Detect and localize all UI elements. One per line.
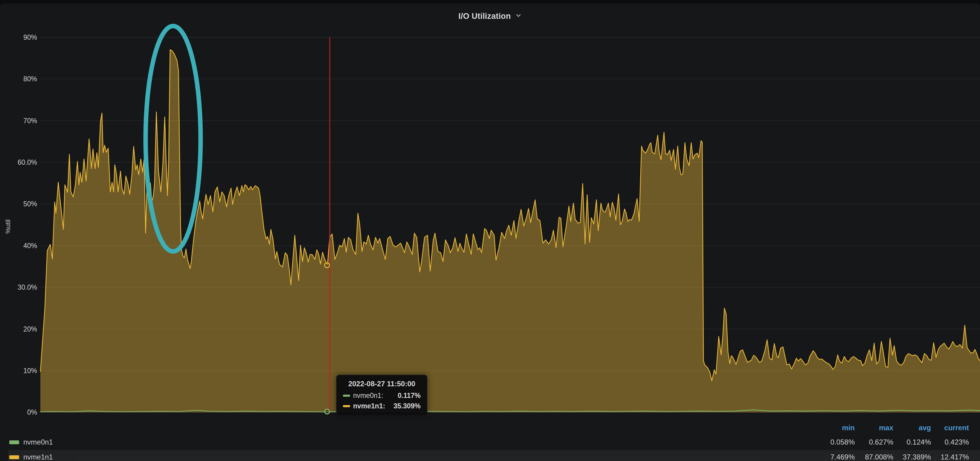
hover-point-ring bbox=[325, 263, 329, 267]
legend-series-name[interactable]: nvme0n1 bbox=[23, 438, 53, 446]
series-color-dash-icon bbox=[343, 405, 350, 407]
tooltip-row: nvme1n1: 35.309% bbox=[343, 402, 421, 410]
legend-row-nvme1n1[interactable]: nvme1n1 7.469% 87.008% 37.389% 12.417% bbox=[8, 450, 980, 461]
legend-avg-value: 0.124% bbox=[889, 438, 931, 446]
graph-panel: I/O Utilization %util 90%80%70%60.0%50%4… bbox=[0, 3, 980, 461]
legend-max-value: 87.008% bbox=[851, 453, 893, 461]
hover-tooltip: 2022-08-27 11:50:00 nvme0n1: 0.117% nvme… bbox=[336, 375, 427, 414]
legend-row-nvme0n1[interactable]: nvme0n1 0.058% 0.627% 0.124% 0.423% bbox=[8, 435, 980, 450]
tooltip-series-name: nvme1n1: bbox=[353, 402, 385, 410]
legend-min-value: 0.058% bbox=[813, 438, 855, 446]
series-color-dash-icon bbox=[343, 395, 350, 397]
hover-point-ring bbox=[325, 409, 329, 414]
plot-area[interactable] bbox=[0, 3, 980, 461]
legend-avg-value: 37.389% bbox=[889, 453, 931, 461]
series-swatch-icon[interactable] bbox=[9, 455, 19, 459]
legend-min-value: 7.469% bbox=[813, 453, 855, 461]
series-swatch-icon[interactable] bbox=[9, 440, 19, 444]
tooltip-timestamp: 2022-08-27 11:50:00 bbox=[343, 380, 421, 388]
tooltip-series-value: 0.117% bbox=[383, 392, 421, 400]
tooltip-row: nvme0n1: 0.117% bbox=[343, 392, 421, 400]
legend-series-name[interactable]: nvme1n1 bbox=[23, 453, 53, 461]
legend-current-value: 0.423% bbox=[927, 438, 969, 446]
legend-sort-current[interactable]: current bbox=[927, 423, 969, 433]
legend-sort-avg[interactable]: avg bbox=[889, 423, 931, 433]
legend-max-value: 0.627% bbox=[851, 438, 893, 446]
legend-current-value: 12.417% bbox=[927, 453, 969, 461]
legend-sort-max[interactable]: max bbox=[851, 423, 893, 433]
tooltip-series-name: nvme0n1: bbox=[353, 392, 383, 400]
tooltip-series-value: 35.309% bbox=[385, 402, 421, 410]
legend-sort-min[interactable]: min bbox=[813, 423, 855, 433]
page-top-strip bbox=[0, 0, 980, 3]
